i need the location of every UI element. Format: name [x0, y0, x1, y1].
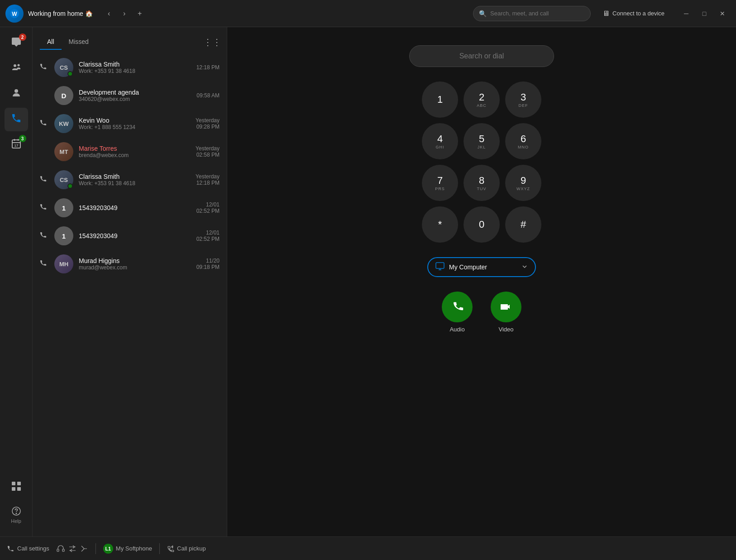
call-type-icon [40, 119, 49, 128]
key-6[interactable]: 6MNO [505, 123, 541, 159]
global-search-input[interactable] [490, 10, 585, 17]
dial-search-field[interactable] [427, 52, 536, 60]
call-info: Marise Torres brenda@webex.com [79, 145, 190, 158]
svg-point-15 [16, 513, 17, 514]
svg-rect-10 [12, 482, 15, 485]
call-pickup-item[interactable]: Call pickup [167, 545, 206, 552]
connect-device-button[interactable]: 🖥 Connect to a device [598, 7, 669, 20]
forward-button[interactable]: › [118, 7, 131, 20]
window-controls: ─ □ ✕ [678, 7, 731, 20]
key-0[interactable]: 0 [464, 206, 500, 243]
call-detail: Work: +353 91 38 4618 [79, 180, 190, 187]
apps-icon [11, 481, 21, 494]
key-5[interactable]: 5JKL [464, 123, 500, 159]
key-4[interactable]: 4GHI [422, 123, 458, 159]
device-label: My Computer [449, 263, 487, 271]
call-detail: Work: +353 91 38 4618 [79, 68, 191, 74]
list-item[interactable]: CS Clarissa Smith Work: +353 91 38 4618 … [33, 166, 227, 194]
avatar: MH [54, 254, 73, 273]
call-info: 15439203049 [79, 232, 191, 239]
call-settings-label: Call settings [17, 545, 49, 552]
close-button[interactable]: ✕ [714, 7, 731, 20]
key-9[interactable]: 9WXYZ [505, 165, 541, 201]
call-time: 11/20 09:18 PM [196, 258, 220, 270]
add-button[interactable]: + [134, 7, 146, 20]
call-list-panel: All Missed ⋮⋮ CS Clarissa Smith Work: +3… [33, 27, 227, 536]
audio-call-wrap: Audio [442, 292, 473, 333]
call-info: Clarissa Smith Work: +353 91 38 4618 [79, 173, 190, 187]
audio-call-button[interactable] [442, 292, 473, 322]
dialer-panel: 1 2ABC 3DEF 4GHI 5JKL 6MNO 7PRS 8TUV 9WX… [227, 27, 736, 536]
list-item[interactable]: D Development agenda 340620@webex.com 09… [33, 81, 227, 110]
tab-missed[interactable]: Missed [62, 34, 96, 50]
status-icons [57, 545, 88, 553]
key-7[interactable]: 7PRS [422, 165, 458, 201]
svg-rect-20 [62, 549, 64, 551]
list-item[interactable]: CS Clarissa Smith Work: +353 91 38 4618 … [33, 53, 227, 81]
more-options-button[interactable]: ⋮⋮ [205, 35, 220, 49]
key-1[interactable]: 1 [422, 81, 458, 118]
key-star[interactable]: * [422, 206, 458, 243]
sidebar-item-chat[interactable]: 2 [5, 32, 28, 55]
calendar-badge: 3 [19, 135, 26, 142]
global-search-bar[interactable]: 🔍 [473, 6, 591, 21]
list-item[interactable]: KW Kevin Woo Work: +1 888 555 1234 Yeste… [33, 110, 227, 138]
title-bar-center: 🔍 🖥 Connect to a device [473, 6, 669, 21]
minimize-button[interactable]: ─ [678, 7, 694, 20]
svg-text:W: W [12, 11, 17, 17]
audio-call-label: Audio [449, 326, 464, 333]
help-icon [11, 506, 21, 518]
list-item[interactable]: MH Murad Higgins murad@webex.com 11/20 0… [33, 250, 227, 278]
video-call-button[interactable] [491, 292, 521, 322]
avatar: D [54, 86, 73, 105]
softphone-label: My Softphone [116, 545, 152, 552]
softphone-item[interactable]: L1 My Softphone [103, 544, 152, 554]
sidebar-item-calendar[interactable]: 17 3 [5, 133, 28, 157]
calls-icon [11, 113, 22, 126]
call-time: Yesterday 02:58 PM [196, 145, 220, 158]
call-name: 15439203049 [79, 204, 191, 211]
cast-icon: 🖥 [602, 10, 610, 18]
call-settings-item[interactable]: Call settings [7, 545, 49, 552]
maximize-button[interactable]: □ [696, 7, 712, 20]
call-pickup-label: Call pickup [177, 545, 206, 552]
back-button[interactable]: ‹ [103, 7, 115, 20]
merge-icon [80, 545, 88, 553]
app-title: Working from home 🏠 [28, 10, 93, 17]
softphone-badge: L1 [103, 544, 113, 554]
call-time: 12:18 PM [196, 64, 220, 71]
sidebar-item-help[interactable]: Help [5, 501, 28, 528]
list-item[interactable]: MT Marise Torres brenda@webex.com Yester… [33, 138, 227, 166]
status-divider [96, 543, 96, 554]
svg-rect-12 [12, 487, 15, 491]
device-selector[interactable]: My Computer [427, 257, 536, 277]
video-call-wrap: Video [491, 292, 521, 333]
tab-all[interactable]: All [40, 34, 62, 50]
call-type-icon [40, 63, 49, 72]
call-time: 12/01 02:52 PM [196, 201, 220, 214]
call-name: Development agenda [79, 89, 191, 96]
call-type-icon [40, 231, 49, 240]
key-8[interactable]: 8TUV [464, 165, 500, 201]
status-bar: Call settings L1 My Softphone Call picku… [0, 536, 736, 560]
sidebar-item-apps[interactable] [5, 476, 28, 499]
call-actions: Audio Video [442, 292, 521, 333]
avatar: CS [54, 58, 73, 77]
sidebar-item-contacts[interactable] [5, 82, 28, 106]
call-type-icon [40, 259, 49, 268]
key-hash[interactable]: # [505, 206, 541, 243]
list-item[interactable]: 1 15439203049 12/01 02:52 PM [33, 194, 227, 222]
sidebar-item-calls[interactable] [5, 108, 28, 131]
sidebar-item-teams[interactable] [5, 57, 28, 81]
call-detail: murad@webex.com [79, 264, 191, 271]
key-2[interactable]: 2ABC [464, 81, 500, 118]
key-3[interactable]: 3DEF [505, 81, 541, 118]
svg-point-2 [14, 64, 16, 67]
avatar: KW [54, 114, 73, 133]
list-item[interactable]: 1 15439203049 12/01 02:52 PM [33, 222, 227, 250]
dial-search-input[interactable] [409, 45, 554, 67]
search-icon: 🔍 [479, 10, 487, 17]
call-type-icon [40, 175, 49, 184]
monitor-icon [435, 262, 444, 273]
teams-icon [11, 62, 22, 76]
